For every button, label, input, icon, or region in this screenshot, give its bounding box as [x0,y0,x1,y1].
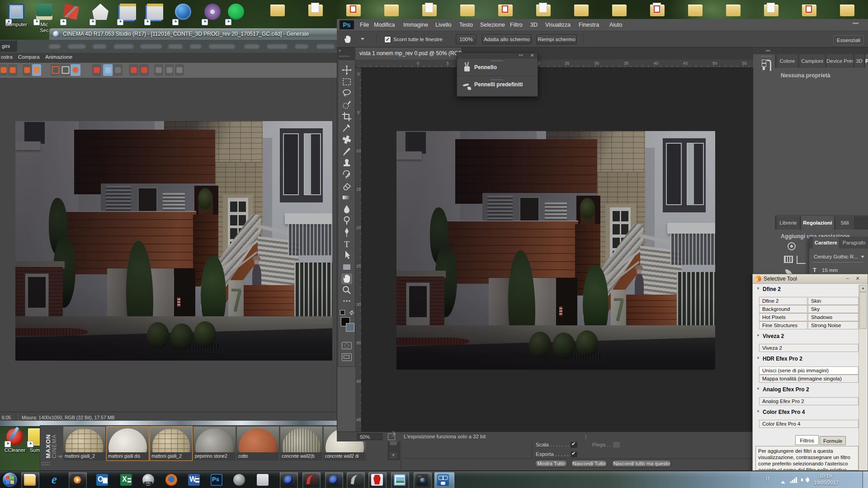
panel-tab-stili[interactable]: Stili [835,216,854,230]
tool-zoom-icon[interactable] [341,285,352,296]
taskbar-icon-explorer[interactable] [21,471,39,488]
taskbar-icon-internet-explorer[interactable]: e [48,471,66,488]
tray-network-icon[interactable] [790,477,797,483]
tool-gradient-icon[interactable] [341,192,352,203]
swap-colors-icon[interactable] [349,309,354,314]
background-color-swatch[interactable] [346,323,354,332]
scroll-all-checkbox[interactable]: ✓ [384,36,391,43]
nik-button[interactable]: Viveza 2 [759,344,859,352]
nik-button[interactable]: Dfine 2 [759,297,807,305]
dock-collapse-icon[interactable]: «« [766,48,770,53]
taskbar-icon-word[interactable]: W [185,471,203,488]
screen-mode-icon[interactable] [342,353,352,361]
menu-modifica[interactable]: Modifica [374,22,395,28]
flyout-close-icon[interactable]: ✕ [530,53,534,58]
tray-volume-icon[interactable] [801,477,809,483]
taskbar-icon-display-settings[interactable] [434,471,455,488]
taskbar-icon-arch-app-red[interactable] [302,471,320,488]
nik-button[interactable]: Strong Noise [808,321,859,329]
tool-path-selection-icon[interactable] [341,250,352,261]
tool-quick-selection-icon[interactable] [341,99,352,110]
levels-adjustment-icon[interactable] [784,256,793,263]
toolbar-collapse-arrow[interactable]: » [339,48,341,53]
nik-button[interactable]: Unisci (serie di più immagini) [759,366,859,375]
tool-type-icon[interactable]: T [341,239,352,249]
taskbar-icon-google-earth[interactable]: PRO [139,471,157,488]
tool-shape-icon[interactable] [341,262,352,272]
tool-marquee-icon[interactable] [341,76,352,87]
tool-healing-icon[interactable] [341,134,352,145]
tool-lasso-icon[interactable] [341,88,352,99]
nik-tab-formule[interactable]: Formule [820,436,846,445]
panel-tab-device-prev[interactable]: Device Prev [826,54,854,68]
nik-minimize-icon[interactable]: – [845,276,850,281]
tool-more-icon[interactable] [343,296,351,299]
workspace-button[interactable]: Essenziali [833,35,864,45]
menu-selezione[interactable]: Selezione [480,22,505,28]
brightness-adjustment-icon[interactable] [788,242,796,250]
show-desktop-button[interactable] [863,471,868,488]
taskbar-icon-firefox[interactable] [162,471,180,488]
start-button[interactable] [2,472,18,488]
panel-tab-librerie[interactable]: Librerie [777,216,800,230]
menu-testo[interactable]: Testo [459,22,473,28]
toolbar-grip[interactable] [340,56,349,57]
panel-tab-3d[interactable]: 3D [854,54,864,68]
tool-clone-stamp-icon[interactable] [341,157,352,168]
nik-scroll-thumb[interactable] [859,292,867,329]
menu-filtro[interactable]: Filtro [510,22,523,28]
tool-eyedropper-icon[interactable] [341,122,352,133]
tool-eraser-icon[interactable] [341,181,352,192]
flyout-item-brush-presets[interactable]: Pennelli predefiniti [457,76,538,96]
fill-screen-button[interactable]: Riempi schermo [536,34,577,44]
menu-livello[interactable]: Livello [435,22,451,28]
tray-hidden-icons-arrow[interactable] [781,479,785,483]
nik-button[interactable]: Mappa tonalità (immagine singola) [759,375,859,383]
menu-finestra[interactable]: Finestra [579,22,599,28]
tab-carattere[interactable]: Carattere [813,237,839,249]
taskbar-icon-camera-app[interactable] [413,471,431,488]
panel-tab-pr[interactable]: Pr [865,54,868,68]
flyout-item-brush[interactable]: Pennello [457,59,538,76]
nik-button[interactable]: Hot Pixels [759,313,807,321]
taskbar-icon-arch-app-dark[interactable] [346,471,364,488]
font-size-value[interactable]: 15 mm [822,267,838,273]
export-icon[interactable] [388,433,395,440]
panel-tab-campioni[interactable]: Campioni [799,54,826,68]
tray-clock-date[interactable]: 19/05/2017 [814,480,839,485]
menu-aiuto[interactable]: Aiuto [609,22,623,28]
tool-history-brush-icon[interactable] [341,169,352,180]
tool-brush-icon[interactable] [341,146,352,157]
nik-button[interactable]: Shadows [808,313,859,321]
tool-pen-icon[interactable] [341,227,352,238]
nik-close-icon[interactable]: ✕ [855,276,860,281]
nik-button[interactable]: Background [759,305,807,313]
nik-scrollbar[interactable]: ▲ [859,285,867,470]
taskbar-icon-cinema4d-2[interactable] [325,471,343,488]
zoom-level-box[interactable]: 50% [357,433,382,440]
nik-button[interactable]: Fine Structures [759,321,807,329]
taskbar-icon-photo-viewer[interactable] [391,471,409,488]
menu-visualizza[interactable]: Visualizza [545,22,571,28]
tool-dodge-icon[interactable] [341,215,352,226]
tool-move-icon[interactable] [341,65,352,75]
flyout-expand-icon[interactable]: »» [519,53,523,57]
menu-file[interactable]: File [360,22,369,28]
options-dropdown-arrow[interactable] [361,38,364,42]
taskbar-icon-generic-app[interactable] [254,471,272,488]
menu-immagine[interactable]: Immagine [403,22,428,28]
nik-scroll-up[interactable]: ▲ [859,285,867,292]
document-tab[interactable]: vista 1 nonem mp_rev 0.psd @ 50% (RGB [355,47,462,60]
taskbar-icon-cinema4d[interactable] [279,471,297,488]
quick-mask-icon[interactable] [342,342,352,349]
taskbar-icon-media-player[interactable] [68,471,86,488]
taskbar-icon-outlook[interactable]: O [93,471,111,488]
tray-clock-time[interactable]: 10:19 [819,473,832,479]
fit-screen-button[interactable]: Adatta allo schermo [482,34,532,44]
tray-language[interactable]: IT [766,476,770,482]
menu-3d[interactable]: 3D [530,22,538,28]
default-colors-icon[interactable] [340,310,345,315]
taskbar-icon-kingston[interactable] [368,471,386,488]
panel-tab-colore[interactable]: Colore [777,54,798,68]
taskbar-icon-excel[interactable]: X [117,471,135,488]
